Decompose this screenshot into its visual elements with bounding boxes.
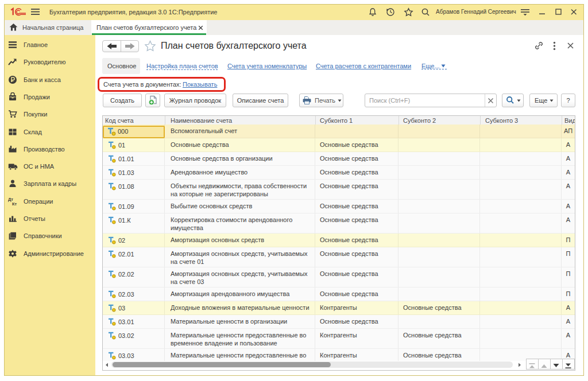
- svg-text:Кт: Кт: [12, 201, 17, 206]
